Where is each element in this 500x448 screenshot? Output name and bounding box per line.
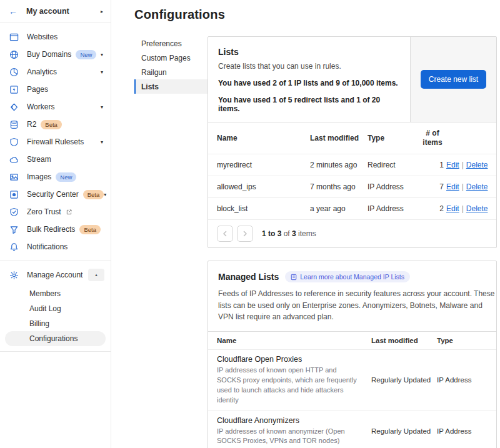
delete-link[interactable]: Delete <box>466 182 488 191</box>
sidebar-item-notifications[interactable]: Notifications <box>0 238 111 256</box>
image-icon <box>9 172 19 182</box>
action-separator: | <box>462 161 464 169</box>
browser-window-icon <box>9 32 19 42</box>
sidebar-item-audit-log[interactable]: Audit Log <box>5 301 106 316</box>
col-header-name: Name <box>208 127 310 149</box>
new-badge: New <box>76 50 96 59</box>
action-separator: | <box>462 182 464 191</box>
lists-table: Name Last modified Type # of items myred… <box>208 122 496 220</box>
delete-link[interactable]: Delete <box>466 204 488 213</box>
chevron-right-icon <box>242 231 248 237</box>
subnav-item-preferences[interactable]: Preferences <box>134 36 208 51</box>
globe-icon <box>9 50 19 59</box>
list-name: block_list <box>208 198 310 219</box>
edit-link[interactable]: Edit <box>446 204 459 213</box>
caret-right-icon[interactable]: ▸ <box>101 9 103 14</box>
collapse-section-button[interactable]: ▴ <box>88 269 104 281</box>
new-badge: New <box>56 172 76 182</box>
list-type: IP Address <box>368 176 419 197</box>
ip-lists-usage: You have used 2 of 1 IP lists and 9 of 1… <box>218 79 400 87</box>
sidebar-item-configurations[interactable]: Configurations <box>5 331 106 346</box>
list-type: Redirect <box>368 154 419 176</box>
beta-badge: Beta <box>79 225 101 234</box>
lists-card-description: Create lists that you can use in rules. <box>218 62 400 71</box>
lightning-page-icon <box>9 85 19 94</box>
redirect-lists-usage: You have used 1 of 5 redirect lists and … <box>218 96 400 113</box>
table-row: Cloudflare Open ProxiesIP addresses of k… <box>208 350 496 411</box>
page-title: Configurations <box>134 7 497 22</box>
table-row: block_list a year ago IP Address 2 Edit|… <box>208 198 496 220</box>
managed-list-type: IP Address <box>437 422 496 440</box>
sidebar-item-manage-account[interactable]: Manage Account ▴ <box>0 266 111 284</box>
sidebar-item-websites[interactable]: Websites <box>0 28 111 46</box>
workers-diamond-icon <box>9 102 19 112</box>
gear-icon <box>9 271 19 280</box>
sidebar-item-firewall-rulesets[interactable]: Firewall Rulesets ▾ <box>0 133 111 151</box>
shield-check-icon <box>9 207 19 217</box>
col-header-name: Name <box>208 332 371 349</box>
lists-table-header: Name Last modified Type # of items <box>208 122 496 154</box>
caret-down-icon: ▾ <box>101 52 103 57</box>
learn-more-link[interactable]: Learn more about Managed IP Lists <box>285 271 410 282</box>
col-header-last-modified: Last modified <box>371 332 437 349</box>
security-center-icon <box>9 190 19 199</box>
sidebar-item-members[interactable]: Members <box>5 286 106 301</box>
lists-card-title: Lists <box>218 47 400 57</box>
managed-lists-card: Managed Lists Learn more about Managed I… <box>208 261 497 448</box>
pagination-next-button[interactable] <box>237 226 253 242</box>
sidebar-item-pages[interactable]: Pages <box>0 81 111 98</box>
sidebar-item-security-center[interactable]: Security Center Beta ▾ <box>0 186 111 203</box>
caret-down-icon: ▾ <box>101 139 103 145</box>
sidebar: ← My account ▸ Websites Buy Domains New … <box>0 0 111 448</box>
sidebar-item-workers[interactable]: Workers ▾ <box>0 98 111 116</box>
sidebar-item-bulk-redirects[interactable]: Bulk Redirects Beta <box>0 221 111 238</box>
sidebar-item-analytics[interactable]: Analytics ▾ <box>0 63 111 81</box>
managed-list-last-modified: Regularly Updated <box>371 422 437 440</box>
col-header-type: Type <box>437 332 496 349</box>
sidebar-item-zero-trust[interactable]: Zero Trust <box>0 203 111 221</box>
subnav-item-railgun[interactable]: Railgun <box>134 65 208 79</box>
pagination-prev-button[interactable] <box>217 226 233 242</box>
edit-link[interactable]: Edit <box>446 182 459 191</box>
document-icon <box>291 274 297 281</box>
create-new-list-button[interactable]: Create new list <box>421 70 486 89</box>
managed-list-description: IP addresses of known open HTTP and SOCK… <box>217 366 361 406</box>
table-row: Cloudflare AnonymizersIP addresses of kn… <box>208 411 496 448</box>
create-list-panel: Create new list <box>410 37 496 122</box>
beta-badge: Beta <box>83 190 104 199</box>
caret-down-icon: ▾ <box>104 192 106 197</box>
account-title: My account <box>26 7 101 16</box>
subnav-item-custom-pages[interactable]: Custom Pages <box>134 51 208 65</box>
managed-table-header: Name Last modified Type <box>208 332 496 350</box>
sidebar-item-images[interactable]: Images New <box>0 168 111 186</box>
edit-link[interactable]: Edit <box>446 161 459 169</box>
sidebar-item-billing[interactable]: Billing <box>5 316 106 331</box>
list-item-count: 1 <box>419 154 446 176</box>
shield-icon <box>9 137 19 147</box>
pagination: 1 to 3 of 3 items <box>208 220 496 247</box>
pie-chart-icon <box>9 67 19 77</box>
sidebar-item-r2[interactable]: R2 Beta <box>0 116 111 133</box>
managed-lists-description: Feeds of IP Addresses to reference in se… <box>218 288 496 323</box>
sidebar-header: ← My account ▸ <box>0 0 111 23</box>
main-content: Configurations Preferences Custom Pages … <box>111 0 500 448</box>
beta-badge: Beta <box>41 120 62 129</box>
table-row: allowed_ips 7 months ago IP Address 7 Ed… <box>208 176 496 198</box>
table-row: myredirect 2 minutes ago Redirect 1 Edit… <box>208 154 496 176</box>
pagination-summary: 1 to 3 of 3 items <box>262 229 316 238</box>
sidebar-item-stream[interactable]: Stream <box>0 151 111 168</box>
sidebar-item-buy-domains[interactable]: Buy Domains New ▾ <box>0 46 111 63</box>
subnav-item-lists[interactable]: Lists <box>134 79 208 94</box>
list-name: allowed_ips <box>208 176 310 197</box>
back-arrow-icon[interactable]: ← <box>9 6 18 16</box>
sidebar-divider <box>0 351 111 352</box>
delete-link[interactable]: Delete <box>466 161 488 169</box>
col-header-type: Type <box>368 127 419 149</box>
list-last-modified: 7 months ago <box>310 176 368 197</box>
managed-list-type: IP Address <box>437 371 496 389</box>
chevron-left-icon <box>222 231 228 237</box>
managed-lists-table: Name Last modified Type Cloudflare Open … <box>208 331 496 448</box>
config-subnav: Preferences Custom Pages Railgun Lists <box>134 36 208 448</box>
list-type: IP Address <box>368 198 419 219</box>
caret-up-icon: ▴ <box>95 272 98 277</box>
